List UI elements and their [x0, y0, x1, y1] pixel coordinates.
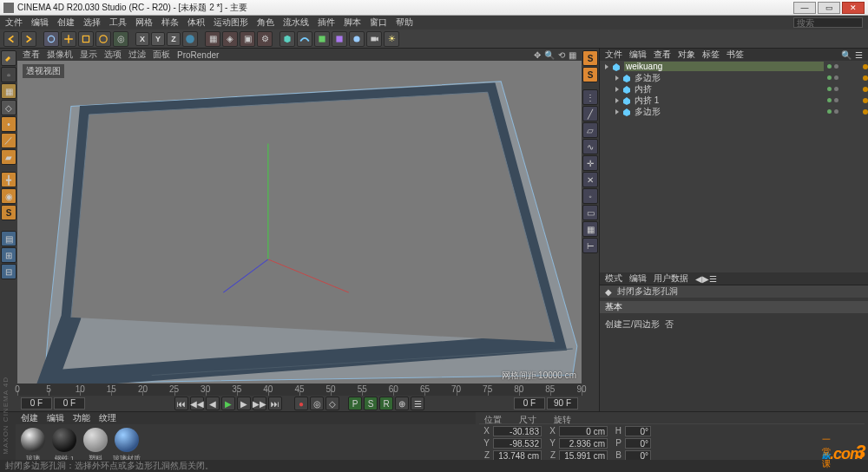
menu-edit[interactable]: 编辑: [31, 16, 49, 29]
timeline-end-field[interactable]: 90 F: [547, 397, 578, 410]
menu-mesh[interactable]: 网格: [135, 16, 153, 29]
vp-layout-icon[interactable]: ▦: [569, 50, 576, 60]
coord-pos-X[interactable]: -30.183 cm: [493, 426, 542, 436]
menu-pipeline[interactable]: 流水线: [283, 16, 309, 29]
rot-key-icon[interactable]: R: [379, 397, 393, 410]
om-view[interactable]: 查看: [654, 49, 671, 61]
rotate-tool[interactable]: [95, 31, 111, 47]
object-row[interactable]: 内挤: [600, 83, 868, 95]
om-file[interactable]: 文件: [605, 49, 622, 61]
snap-intersect[interactable]: ✕: [582, 172, 598, 187]
texture-mode[interactable]: ▦: [1, 83, 16, 99]
coord-rot-P[interactable]: 0°: [625, 438, 651, 449]
material-item[interactable]: 钢铁 1: [50, 428, 78, 463]
menu-character[interactable]: 角色: [257, 16, 274, 29]
vp-orbit-icon[interactable]: ⟲: [558, 50, 565, 60]
deformer[interactable]: [332, 31, 347, 47]
last-tool[interactable]: ◎: [113, 31, 128, 47]
mat-function[interactable]: 功能: [73, 412, 90, 424]
scale-key-icon[interactable]: S: [364, 397, 378, 410]
snap-edge[interactable]: ╱: [582, 106, 598, 121]
z-axis-lock[interactable]: Z: [167, 32, 181, 46]
menu-volume[interactable]: 体积: [187, 16, 205, 29]
menu-spline[interactable]: 样条: [161, 16, 179, 29]
coord-size-X[interactable]: 0 cm: [559, 426, 608, 436]
next-key-icon[interactable]: ▶▶: [253, 397, 266, 410]
menu-script[interactable]: 脚本: [344, 16, 361, 29]
snap-axis[interactable]: ✛: [582, 155, 598, 171]
snap-opts[interactable]: S: [582, 67, 598, 82]
coord-system[interactable]: [182, 31, 198, 47]
camera[interactable]: [366, 31, 382, 47]
snap-spline[interactable]: ∿: [582, 139, 598, 154]
move-tool[interactable]: [61, 31, 76, 47]
scale-tool[interactable]: [78, 31, 94, 47]
menu-tool[interactable]: 工具: [109, 16, 127, 29]
timeline-ruler[interactable]: 051015202530354045505560657075808590: [17, 384, 582, 396]
render-pv[interactable]: ▣: [240, 31, 255, 47]
spline-primitive[interactable]: [297, 31, 312, 47]
menu-select[interactable]: 选择: [83, 16, 101, 29]
am-fwd-icon[interactable]: ▶: [702, 274, 709, 284]
edge-mode[interactable]: ／: [1, 133, 16, 148]
minimize-button[interactable]: —: [793, 2, 816, 14]
goto-end-icon[interactable]: ⏭: [268, 397, 282, 410]
menu-mograph[interactable]: 运动图形: [214, 16, 248, 29]
modeling-generator[interactable]: [314, 31, 330, 47]
axis-tool[interactable]: ╋: [1, 172, 16, 187]
attr-section[interactable]: 基本: [605, 301, 622, 313]
redo-button[interactable]: [21, 31, 36, 47]
snap-grid[interactable]: ▦: [582, 221, 598, 237]
workplane-mode[interactable]: ◇: [1, 100, 16, 115]
render-region[interactable]: ◈: [222, 31, 238, 47]
next-frame-icon[interactable]: ▶: [237, 397, 251, 410]
y-axis-lock[interactable]: Y: [151, 32, 165, 46]
om-tags[interactable]: 标签: [702, 49, 720, 61]
menu-help[interactable]: 帮助: [396, 16, 413, 29]
object-manager[interactable]: weikuang多边形内挤内挤 1多边形: [600, 61, 868, 272]
coord-size-Y[interactable]: 2.936 cm: [559, 438, 608, 449]
vp-prorender[interactable]: ProRender: [177, 50, 219, 60]
am-back-icon[interactable]: ◀: [695, 274, 702, 284]
object-row[interactable]: 多边形: [600, 106, 868, 117]
timeline-start-field[interactable]: 0 F: [21, 397, 52, 410]
material-item[interactable]: 玻璃: [19, 428, 47, 463]
mat-create[interactable]: 创建: [21, 412, 38, 424]
menu-search-input[interactable]: [793, 17, 863, 28]
keyframe-sel-icon[interactable]: ◇: [326, 397, 339, 410]
vp-camera[interactable]: 摄像机: [47, 49, 73, 61]
record-key-icon[interactable]: ●: [294, 397, 308, 410]
menu-file[interactable]: 文件: [5, 16, 23, 29]
cube-primitive[interactable]: [279, 31, 295, 47]
mat-texture[interactable]: 纹理: [99, 412, 116, 424]
snapping[interactable]: S: [1, 205, 16, 220]
vp-options[interactable]: 选项: [104, 49, 122, 61]
autokey-icon[interactable]: ◎: [310, 397, 324, 410]
pla-key-icon[interactable]: ☰: [411, 397, 424, 410]
undo-button[interactable]: [3, 31, 19, 47]
om-search-icon[interactable]: 🔍: [841, 50, 852, 60]
vp-panel[interactable]: 面板: [153, 49, 170, 61]
quantize[interactable]: ⊞: [1, 247, 16, 263]
maximize-button[interactable]: ▭: [818, 2, 840, 14]
material-item[interactable]: 塑料: [82, 428, 109, 463]
x-axis-lock[interactable]: X: [135, 32, 149, 46]
prev-key-icon[interactable]: ◀◀: [190, 397, 204, 410]
pos-key-icon[interactable]: P: [348, 397, 362, 410]
om-menu-icon[interactable]: ☰: [855, 50, 863, 60]
object-row[interactable]: 内挤 1: [600, 95, 868, 106]
viewport-solo[interactable]: ◉: [1, 188, 16, 204]
am-edit[interactable]: 编辑: [629, 272, 647, 285]
am-userdata[interactable]: 用户数据: [654, 272, 688, 285]
select-tool[interactable]: [43, 31, 59, 47]
menu-create[interactable]: 创建: [57, 16, 75, 29]
coord-pos-Y[interactable]: -98.532 cm: [493, 438, 542, 449]
coord-rot-H[interactable]: 0°: [625, 426, 651, 436]
om-edit[interactable]: 编辑: [629, 49, 647, 61]
snap-workplane[interactable]: ▭: [582, 205, 598, 220]
snap-guide[interactable]: ⊢: [582, 238, 598, 253]
menu-plugins[interactable]: 插件: [318, 16, 335, 29]
close-button[interactable]: ✕: [842, 2, 865, 14]
snap-mid[interactable]: ◦: [582, 188, 598, 204]
render-view[interactable]: ▦: [205, 31, 220, 47]
